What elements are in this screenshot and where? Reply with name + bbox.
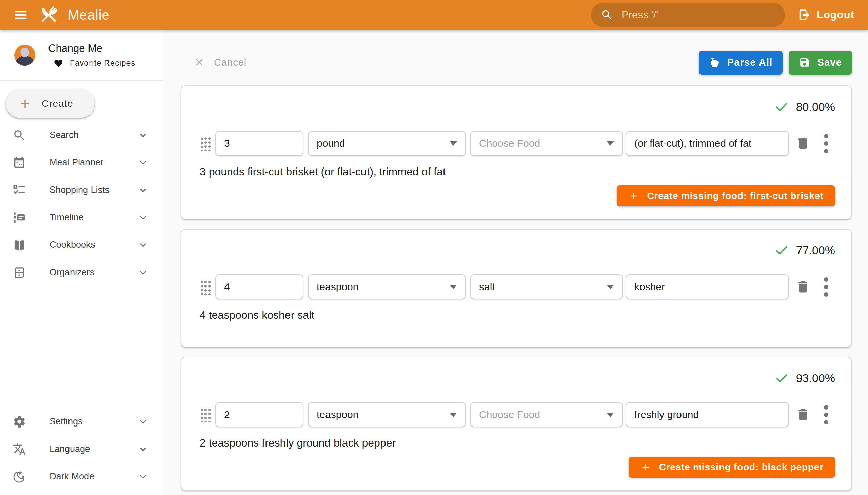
unit-value: teaspoon — [317, 409, 358, 421]
search-input[interactable]: Press '/' — [591, 3, 785, 27]
sidebar-nav: Search Meal Planner Shopping Lists Timel… — [0, 121, 163, 286]
kebab-menu-icon[interactable] — [823, 277, 829, 297]
create-label: Create — [42, 98, 73, 109]
create-button[interactable]: Create — [6, 89, 95, 118]
chevron-down-icon[interactable] — [137, 443, 149, 455]
note-value: (or flat-cut), trimmed of fat — [634, 138, 751, 149]
quantity-input[interactable]: 2 — [215, 402, 304, 427]
food-value: salt — [479, 281, 495, 293]
sidebar: Change Me Favorite Recipes Create Search… — [0, 30, 164, 495]
sidebar-item-language[interactable]: Language — [0, 435, 163, 463]
avatar[interactable] — [14, 45, 35, 66]
kebab-menu-icon[interactable] — [823, 405, 829, 425]
sidebar-item-organizers[interactable]: Organizers — [0, 259, 163, 286]
ingredient-summary: 3 pounds first-cut brisket (or flat-cut)… — [200, 166, 843, 178]
user-name: Change Me — [48, 42, 135, 55]
sidebar-item-shopping-lists[interactable]: Shopping Lists — [0, 176, 163, 204]
unit-select[interactable]: teaspoon — [308, 274, 466, 300]
note-input[interactable]: freshly ground — [626, 402, 789, 427]
quantity-value: 4 — [224, 281, 230, 293]
trash-icon[interactable] — [796, 136, 810, 151]
heart-icon — [54, 59, 63, 68]
timeline-icon — [13, 211, 26, 224]
favorite-recipes-label: Favorite Recipes — [70, 59, 135, 68]
top-divider — [181, 37, 852, 37]
quantity-input[interactable]: 3 — [215, 131, 304, 156]
ingredient-fields-row: 3 pound Choose Food (or flat-cut), trimm… — [200, 131, 843, 156]
cancel-button[interactable]: Cancel — [191, 56, 249, 68]
chevron-down-icon[interactable] — [137, 129, 149, 141]
ingredient-card: 80.00% 3 pound Choose Food (or flat-cut)… — [181, 85, 852, 219]
checklist-icon — [13, 184, 26, 197]
moon-icon — [13, 470, 26, 483]
cancel-label: Cancel — [214, 57, 246, 68]
menu-icon[interactable] — [13, 7, 29, 23]
sidebar-item-search[interactable]: Search — [0, 121, 163, 149]
save-label: Save — [817, 57, 842, 68]
dropdown-arrow-icon — [449, 141, 457, 146]
dropdown-arrow-icon — [607, 285, 614, 289]
create-missing-food-button[interactable]: Create missing food: black pepper — [629, 457, 835, 478]
drag-handle-icon[interactable] — [200, 407, 210, 423]
dropdown-arrow-icon — [449, 413, 457, 417]
drag-handle-icon[interactable] — [200, 136, 210, 151]
sidebar-item-settings[interactable]: Settings — [0, 408, 163, 435]
note-value: kosher — [634, 281, 665, 293]
plus-icon — [18, 97, 32, 111]
create-missing-food-button[interactable]: Create missing food: first-cut brisket — [617, 186, 835, 206]
translate-icon — [13, 442, 26, 456]
save-button[interactable]: Save — [789, 51, 852, 74]
food-select[interactable]: Choose Food — [470, 402, 623, 427]
ingredient-card-list: 80.00% 3 pound Choose Food (or flat-cut)… — [181, 85, 852, 495]
chevron-down-icon[interactable] — [137, 184, 149, 196]
logout-button[interactable]: Logout — [796, 8, 856, 22]
food-select[interactable]: salt — [470, 274, 623, 300]
search-icon — [600, 8, 613, 21]
create-missing-food-label: Create missing food: first-cut brisket — [647, 190, 823, 201]
sidebar-bottom-nav: Settings Language Dark Mode — [0, 408, 163, 495]
food-select[interactable]: Choose Food — [470, 131, 623, 156]
unit-value: teaspoon — [317, 281, 358, 293]
sidebar-item-cookbooks[interactable]: Cookbooks — [0, 231, 163, 259]
chevron-down-icon[interactable] — [137, 239, 149, 251]
ingredient-card: 77.00% 4 teaspoon salt kosher 4 teaspoon… — [181, 229, 852, 347]
drag-handle-icon[interactable] — [200, 279, 210, 295]
dropdown-arrow-icon — [607, 141, 614, 146]
trash-icon[interactable] — [796, 407, 810, 422]
confidence-row: 80.00% — [200, 100, 843, 114]
user-block[interactable]: Change Me Favorite Recipes — [0, 30, 163, 80]
unit-select[interactable]: pound — [308, 131, 466, 156]
missing-food-row: Create missing food: black pepper — [200, 457, 843, 478]
create-missing-food-label: Create missing food: black pepper — [659, 462, 823, 473]
close-icon — [193, 57, 205, 68]
dropdown-arrow-icon — [449, 285, 457, 289]
quantity-value: 3 — [224, 138, 230, 149]
note-value: freshly ground — [634, 409, 699, 421]
favorite-recipes-link[interactable]: Favorite Recipes — [48, 59, 135, 68]
sidebar-item-timeline[interactable]: Timeline — [0, 204, 163, 231]
chevron-down-icon[interactable] — [137, 471, 149, 483]
quantity-input[interactable]: 4 — [215, 274, 304, 300]
trash-icon[interactable] — [796, 279, 810, 294]
mealie-app: Mealie Press '/' Logout Change Me Favori… — [0, 0, 868, 495]
chevron-down-icon[interactable] — [137, 416, 149, 428]
chevron-down-icon[interactable] — [137, 211, 149, 224]
note-input[interactable]: (or flat-cut), trimmed of fat — [626, 131, 789, 156]
chevron-down-icon[interactable] — [137, 267, 149, 279]
check-icon — [775, 100, 789, 114]
sidebar-item-dark-mode[interactable]: Dark Mode — [0, 463, 163, 490]
mealie-logo-icon[interactable] — [38, 4, 60, 26]
unit-select[interactable]: teaspoon — [308, 402, 466, 427]
quantity-value: 2 — [224, 409, 230, 421]
app-title: Mealie — [68, 7, 110, 23]
book-icon — [13, 238, 26, 252]
note-input[interactable]: kosher — [626, 274, 789, 300]
parse-all-button[interactable]: Parse All — [699, 51, 783, 74]
search-placeholder: Press '/' — [622, 9, 658, 21]
food-value: Choose Food — [479, 138, 540, 149]
chevron-down-icon[interactable] — [137, 157, 149, 169]
gear-icon — [13, 415, 26, 429]
sidebar-item-meal-planner[interactable]: Meal Planner — [0, 149, 163, 176]
kebab-menu-icon[interactable] — [823, 133, 829, 154]
apple-icon — [709, 57, 720, 68]
